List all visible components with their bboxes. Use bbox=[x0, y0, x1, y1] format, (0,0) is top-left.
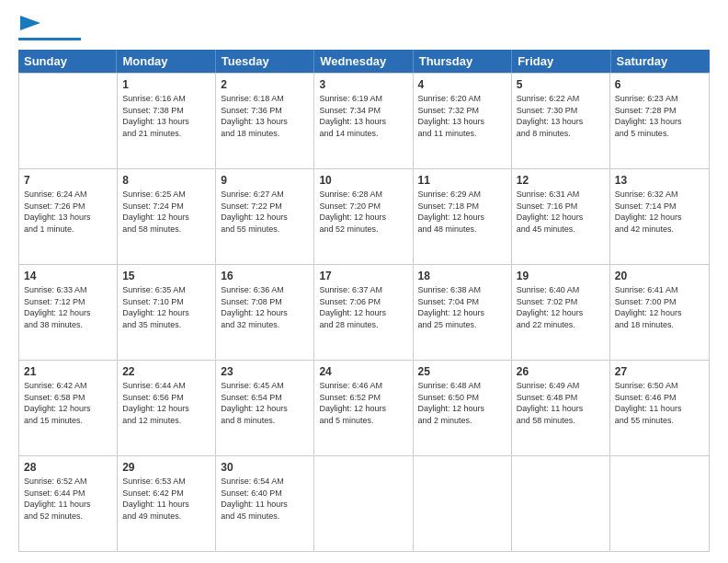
logo bbox=[18, 17, 81, 40]
page: SundayMondayTuesdayWednesdayThursdayFrid… bbox=[0, 0, 728, 563]
cell-info: Sunrise: 6:38 AM Sunset: 7:04 PM Dayligh… bbox=[418, 284, 506, 330]
logo-underline bbox=[18, 38, 81, 40]
header-day-wednesday: Wednesday bbox=[314, 50, 413, 73]
cell-info: Sunrise: 6:49 AM Sunset: 6:48 PM Dayligh… bbox=[517, 380, 605, 426]
day-number: 17 bbox=[319, 269, 407, 283]
header-day-tuesday: Tuesday bbox=[216, 50, 314, 73]
logo-arrow-icon bbox=[20, 14, 40, 32]
calendar-row-0: 1Sunrise: 6:16 AM Sunset: 7:38 PM Daylig… bbox=[19, 73, 709, 168]
cell-info: Sunrise: 6:45 AM Sunset: 6:54 PM Dayligh… bbox=[221, 380, 309, 426]
day-number: 3 bbox=[319, 77, 407, 92]
day-number: 27 bbox=[615, 364, 704, 379]
cell-info: Sunrise: 6:32 AM Sunset: 7:14 PM Dayligh… bbox=[615, 189, 704, 235]
calendar-cell-2-4: 18Sunrise: 6:38 AM Sunset: 7:04 PM Dayli… bbox=[414, 265, 512, 360]
calendar-cell-4-6 bbox=[610, 456, 709, 551]
day-number: 23 bbox=[221, 364, 309, 379]
day-number: 7 bbox=[24, 173, 112, 188]
day-number: 4 bbox=[418, 77, 506, 92]
calendar-cell-3-4: 25Sunrise: 6:48 AM Sunset: 6:50 PM Dayli… bbox=[414, 361, 512, 455]
day-number: 8 bbox=[122, 173, 210, 188]
calendar-cell-3-2: 23Sunrise: 6:45 AM Sunset: 6:54 PM Dayli… bbox=[216, 361, 314, 455]
calendar-cell-1-2: 9Sunrise: 6:27 AM Sunset: 7:22 PM Daylig… bbox=[216, 169, 314, 264]
day-number: 6 bbox=[615, 77, 704, 92]
calendar-cell-2-0: 14Sunrise: 6:33 AM Sunset: 7:12 PM Dayli… bbox=[19, 265, 118, 360]
calendar-cell-0-5: 5Sunrise: 6:22 AM Sunset: 7:30 PM Daylig… bbox=[512, 74, 610, 168]
calendar-cell-2-3: 17Sunrise: 6:37 AM Sunset: 7:06 PM Dayli… bbox=[314, 265, 413, 360]
calendar-cell-1-6: 13Sunrise: 6:32 AM Sunset: 7:14 PM Dayli… bbox=[610, 169, 709, 264]
cell-info: Sunrise: 6:44 AM Sunset: 6:56 PM Dayligh… bbox=[122, 380, 210, 426]
calendar-cell-3-6: 27Sunrise: 6:50 AM Sunset: 6:46 PM Dayli… bbox=[610, 361, 709, 455]
cell-info: Sunrise: 6:42 AM Sunset: 6:58 PM Dayligh… bbox=[24, 380, 112, 426]
calendar-cell-4-4 bbox=[414, 456, 512, 551]
day-number: 10 bbox=[319, 173, 407, 188]
svg-marker-0 bbox=[20, 16, 40, 30]
day-number: 20 bbox=[615, 269, 704, 283]
cell-info: Sunrise: 6:53 AM Sunset: 6:42 PM Dayligh… bbox=[122, 476, 210, 522]
day-number: 28 bbox=[24, 460, 112, 475]
cell-info: Sunrise: 6:23 AM Sunset: 7:28 PM Dayligh… bbox=[615, 93, 704, 139]
calendar-cell-0-2: 2Sunrise: 6:18 AM Sunset: 7:36 PM Daylig… bbox=[216, 74, 314, 168]
calendar-cell-1-4: 11Sunrise: 6:29 AM Sunset: 7:18 PM Dayli… bbox=[414, 169, 512, 264]
calendar-cell-3-0: 21Sunrise: 6:42 AM Sunset: 6:58 PM Dayli… bbox=[19, 361, 118, 455]
calendar-cell-2-1: 15Sunrise: 6:35 AM Sunset: 7:10 PM Dayli… bbox=[118, 265, 216, 360]
cell-info: Sunrise: 6:46 AM Sunset: 6:52 PM Dayligh… bbox=[319, 380, 407, 426]
calendar-cell-4-5 bbox=[512, 456, 610, 551]
day-number: 1 bbox=[122, 77, 210, 92]
day-number: 19 bbox=[517, 269, 605, 283]
cell-info: Sunrise: 6:29 AM Sunset: 7:18 PM Dayligh… bbox=[418, 189, 506, 235]
calendar-cell-2-5: 19Sunrise: 6:40 AM Sunset: 7:02 PM Dayli… bbox=[512, 265, 610, 360]
day-number: 24 bbox=[319, 364, 407, 379]
cell-info: Sunrise: 6:25 AM Sunset: 7:24 PM Dayligh… bbox=[122, 189, 210, 235]
calendar-cell-3-3: 24Sunrise: 6:46 AM Sunset: 6:52 PM Dayli… bbox=[314, 361, 413, 455]
calendar-cell-4-3 bbox=[314, 456, 413, 551]
cell-info: Sunrise: 6:40 AM Sunset: 7:02 PM Dayligh… bbox=[517, 284, 605, 330]
day-number: 2 bbox=[221, 77, 309, 92]
day-number: 29 bbox=[122, 460, 210, 475]
cell-info: Sunrise: 6:16 AM Sunset: 7:38 PM Dayligh… bbox=[122, 93, 210, 139]
calendar-cell-4-1: 29Sunrise: 6:53 AM Sunset: 6:42 PM Dayli… bbox=[118, 456, 216, 551]
header-day-thursday: Thursday bbox=[414, 50, 512, 73]
cell-info: Sunrise: 6:35 AM Sunset: 7:10 PM Dayligh… bbox=[122, 284, 210, 330]
header-day-friday: Friday bbox=[512, 50, 610, 73]
calendar-header: SundayMondayTuesdayWednesdayThursdayFrid… bbox=[18, 50, 710, 73]
day-number: 25 bbox=[418, 364, 506, 379]
calendar-cell-4-2: 30Sunrise: 6:54 AM Sunset: 6:40 PM Dayli… bbox=[216, 456, 314, 551]
day-number: 9 bbox=[221, 173, 309, 188]
cell-info: Sunrise: 6:50 AM Sunset: 6:46 PM Dayligh… bbox=[615, 380, 704, 426]
calendar-cell-0-0 bbox=[19, 74, 118, 168]
day-number: 21 bbox=[24, 364, 112, 379]
calendar-row-2: 14Sunrise: 6:33 AM Sunset: 7:12 PM Dayli… bbox=[19, 264, 709, 360]
calendar-cell-0-6: 6Sunrise: 6:23 AM Sunset: 7:28 PM Daylig… bbox=[610, 74, 709, 168]
cell-info: Sunrise: 6:18 AM Sunset: 7:36 PM Dayligh… bbox=[221, 93, 309, 139]
calendar-row-1: 7Sunrise: 6:24 AM Sunset: 7:26 PM Daylig… bbox=[19, 168, 709, 264]
cell-info: Sunrise: 6:48 AM Sunset: 6:50 PM Dayligh… bbox=[418, 380, 506, 426]
header-day-monday: Monday bbox=[117, 50, 215, 73]
cell-info: Sunrise: 6:20 AM Sunset: 7:32 PM Dayligh… bbox=[418, 93, 506, 139]
cell-info: Sunrise: 6:28 AM Sunset: 7:20 PM Dayligh… bbox=[319, 189, 407, 235]
cell-info: Sunrise: 6:22 AM Sunset: 7:30 PM Dayligh… bbox=[517, 93, 605, 139]
calendar-body: 1Sunrise: 6:16 AM Sunset: 7:38 PM Daylig… bbox=[18, 73, 710, 552]
calendar-cell-3-1: 22Sunrise: 6:44 AM Sunset: 6:56 PM Dayli… bbox=[118, 361, 216, 455]
cell-info: Sunrise: 6:19 AM Sunset: 7:34 PM Dayligh… bbox=[319, 93, 407, 139]
cell-info: Sunrise: 6:52 AM Sunset: 6:44 PM Dayligh… bbox=[24, 476, 112, 522]
day-number: 5 bbox=[517, 77, 605, 92]
calendar-cell-2-2: 16Sunrise: 6:36 AM Sunset: 7:08 PM Dayli… bbox=[216, 265, 314, 360]
cell-info: Sunrise: 6:24 AM Sunset: 7:26 PM Dayligh… bbox=[24, 189, 112, 235]
calendar-cell-1-5: 12Sunrise: 6:31 AM Sunset: 7:16 PM Dayli… bbox=[512, 169, 610, 264]
day-number: 18 bbox=[418, 269, 506, 283]
cell-info: Sunrise: 6:31 AM Sunset: 7:16 PM Dayligh… bbox=[517, 189, 605, 235]
calendar-cell-0-3: 3Sunrise: 6:19 AM Sunset: 7:34 PM Daylig… bbox=[314, 74, 413, 168]
cell-info: Sunrise: 6:54 AM Sunset: 6:40 PM Dayligh… bbox=[221, 476, 309, 522]
calendar: SundayMondayTuesdayWednesdayThursdayFrid… bbox=[18, 50, 710, 552]
calendar-cell-0-1: 1Sunrise: 6:16 AM Sunset: 7:38 PM Daylig… bbox=[118, 74, 216, 168]
day-number: 15 bbox=[122, 269, 210, 283]
calendar-cell-4-0: 28Sunrise: 6:52 AM Sunset: 6:44 PM Dayli… bbox=[19, 456, 118, 551]
calendar-cell-3-5: 26Sunrise: 6:49 AM Sunset: 6:48 PM Dayli… bbox=[512, 361, 610, 455]
calendar-cell-1-3: 10Sunrise: 6:28 AM Sunset: 7:20 PM Dayli… bbox=[314, 169, 413, 264]
cell-info: Sunrise: 6:41 AM Sunset: 7:00 PM Dayligh… bbox=[615, 284, 704, 330]
day-number: 11 bbox=[418, 173, 506, 188]
calendar-cell-2-6: 20Sunrise: 6:41 AM Sunset: 7:00 PM Dayli… bbox=[610, 265, 709, 360]
day-number: 13 bbox=[615, 173, 704, 188]
day-number: 22 bbox=[122, 364, 210, 379]
header-day-saturday: Saturday bbox=[611, 50, 710, 73]
